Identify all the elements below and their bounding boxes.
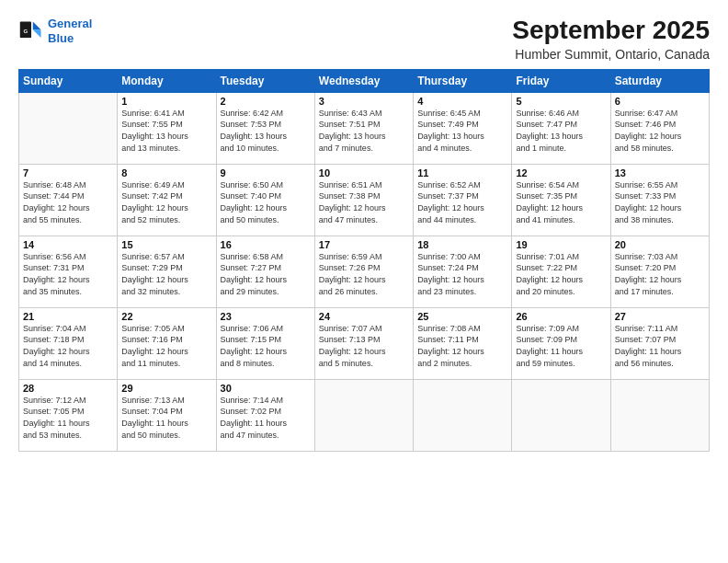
day-number: 9 — [221, 167, 311, 178]
calendar-cell: 8Sunrise: 6:49 AM Sunset: 7:42 PM Daylig… — [118, 164, 216, 236]
day-info: Sunrise: 6:51 AM Sunset: 7:38 PM Dayligh… — [319, 179, 409, 225]
calendar-cell: 19Sunrise: 7:01 AM Sunset: 7:22 PM Dayli… — [512, 236, 610, 307]
calendar-cell: 7Sunrise: 6:48 AM Sunset: 7:44 PM Daylig… — [19, 164, 118, 236]
calendar-cell: 4Sunrise: 6:45 AM Sunset: 7:49 PM Daylig… — [414, 92, 512, 164]
logo-general: General — [48, 17, 92, 30]
day-number: 22 — [121, 311, 211, 322]
day-number: 29 — [121, 383, 211, 394]
title-block: September 2025 Humber Summit, Ontario, C… — [512, 17, 710, 62]
logo: G General Blue — [18, 17, 92, 45]
day-number: 10 — [319, 167, 409, 178]
calendar-cell: 1Sunrise: 6:41 AM Sunset: 7:55 PM Daylig… — [118, 92, 216, 164]
calendar-cell: 21Sunrise: 7:04 AM Sunset: 7:18 PM Dayli… — [19, 307, 118, 379]
day-number: 18 — [417, 239, 507, 250]
page-title: September 2025 — [512, 17, 710, 45]
weekday-header: Saturday — [610, 69, 709, 92]
calendar-cell: 13Sunrise: 6:55 AM Sunset: 7:33 PM Dayli… — [610, 164, 709, 236]
day-info: Sunrise: 7:13 AM Sunset: 7:04 PM Dayligh… — [121, 395, 211, 441]
day-number: 14 — [23, 239, 113, 250]
day-number: 11 — [417, 167, 507, 178]
day-info: Sunrise: 7:03 AM Sunset: 7:20 PM Dayligh… — [615, 251, 705, 297]
calendar-week-row: 28Sunrise: 7:12 AM Sunset: 7:05 PM Dayli… — [19, 379, 710, 451]
calendar-cell: 26Sunrise: 7:09 AM Sunset: 7:09 PM Dayli… — [512, 307, 610, 379]
day-info: Sunrise: 6:59 AM Sunset: 7:26 PM Dayligh… — [319, 251, 409, 297]
day-info: Sunrise: 6:55 AM Sunset: 7:33 PM Dayligh… — [615, 179, 705, 225]
calendar-week-row: 21Sunrise: 7:04 AM Sunset: 7:18 PM Dayli… — [19, 307, 710, 379]
day-number: 17 — [319, 239, 409, 250]
logo-blue: Blue — [48, 31, 74, 45]
day-info: Sunrise: 6:52 AM Sunset: 7:37 PM Dayligh… — [417, 179, 507, 225]
day-number: 8 — [121, 167, 211, 178]
day-info: Sunrise: 6:56 AM Sunset: 7:31 PM Dayligh… — [23, 251, 113, 297]
calendar-cell: 25Sunrise: 7:08 AM Sunset: 7:11 PM Dayli… — [414, 307, 512, 379]
day-info: Sunrise: 6:46 AM Sunset: 7:47 PM Dayligh… — [516, 108, 606, 154]
calendar-cell — [19, 92, 118, 164]
day-info: Sunrise: 7:01 AM Sunset: 7:22 PM Dayligh… — [516, 251, 606, 297]
svg-text:G: G — [23, 27, 28, 33]
day-number: 28 — [23, 383, 113, 394]
day-number: 19 — [516, 239, 606, 250]
calendar-cell: 24Sunrise: 7:07 AM Sunset: 7:13 PM Dayli… — [314, 307, 413, 379]
day-number: 20 — [615, 239, 705, 250]
svg-marker-1 — [33, 29, 41, 38]
day-number: 12 — [516, 167, 606, 178]
calendar-cell — [512, 379, 610, 451]
calendar-cell: 15Sunrise: 6:57 AM Sunset: 7:29 PM Dayli… — [118, 236, 216, 307]
day-number: 15 — [121, 239, 211, 250]
page: G General Blue September 2025 Humber Sum… — [0, 0, 728, 563]
day-number: 1 — [121, 96, 211, 107]
day-info: Sunrise: 6:42 AM Sunset: 7:53 PM Dayligh… — [221, 108, 311, 154]
weekday-header: Thursday — [414, 69, 512, 92]
calendar-week-row: 7Sunrise: 6:48 AM Sunset: 7:44 PM Daylig… — [19, 164, 710, 236]
calendar-cell: 5Sunrise: 6:46 AM Sunset: 7:47 PM Daylig… — [512, 92, 610, 164]
day-info: Sunrise: 6:47 AM Sunset: 7:46 PM Dayligh… — [615, 108, 705, 154]
day-number: 24 — [319, 311, 409, 322]
calendar-cell — [414, 379, 512, 451]
header: G General Blue September 2025 Humber Sum… — [18, 17, 710, 62]
calendar-cell: 30Sunrise: 7:14 AM Sunset: 7:02 PM Dayli… — [216, 379, 314, 451]
day-info: Sunrise: 7:11 AM Sunset: 7:07 PM Dayligh… — [615, 323, 705, 369]
day-number: 3 — [319, 96, 409, 107]
calendar-header-row: SundayMondayTuesdayWednesdayThursdayFrid… — [19, 69, 710, 92]
weekday-header: Tuesday — [216, 69, 314, 92]
logo-text: General Blue — [48, 17, 92, 45]
day-info: Sunrise: 6:58 AM Sunset: 7:27 PM Dayligh… — [221, 251, 311, 297]
day-number: 7 — [23, 167, 113, 178]
day-info: Sunrise: 7:08 AM Sunset: 7:11 PM Dayligh… — [417, 323, 507, 369]
svg-marker-0 — [33, 21, 41, 29]
day-info: Sunrise: 6:48 AM Sunset: 7:44 PM Dayligh… — [23, 179, 113, 225]
calendar-cell: 9Sunrise: 6:50 AM Sunset: 7:40 PM Daylig… — [216, 164, 314, 236]
weekday-header: Friday — [512, 69, 610, 92]
day-number: 26 — [516, 311, 606, 322]
weekday-header: Sunday — [19, 69, 118, 92]
day-number: 2 — [221, 96, 311, 107]
day-info: Sunrise: 6:57 AM Sunset: 7:29 PM Dayligh… — [121, 251, 211, 297]
calendar-cell: 11Sunrise: 6:52 AM Sunset: 7:37 PM Dayli… — [414, 164, 512, 236]
calendar-cell: 17Sunrise: 6:59 AM Sunset: 7:26 PM Dayli… — [314, 236, 413, 307]
calendar-cell: 16Sunrise: 6:58 AM Sunset: 7:27 PM Dayli… — [216, 236, 314, 307]
calendar-cell: 28Sunrise: 7:12 AM Sunset: 7:05 PM Dayli… — [19, 379, 118, 451]
calendar-cell: 3Sunrise: 6:43 AM Sunset: 7:51 PM Daylig… — [314, 92, 413, 164]
weekday-header: Monday — [118, 69, 216, 92]
calendar-cell: 14Sunrise: 6:56 AM Sunset: 7:31 PM Dayli… — [19, 236, 118, 307]
day-number: 27 — [615, 311, 705, 322]
day-number: 23 — [221, 311, 311, 322]
calendar-cell: 2Sunrise: 6:42 AM Sunset: 7:53 PM Daylig… — [216, 92, 314, 164]
day-info: Sunrise: 7:07 AM Sunset: 7:13 PM Dayligh… — [319, 323, 409, 369]
day-number: 30 — [221, 383, 311, 394]
calendar-cell — [314, 379, 413, 451]
day-info: Sunrise: 7:06 AM Sunset: 7:15 PM Dayligh… — [221, 323, 311, 369]
calendar-cell: 29Sunrise: 7:13 AM Sunset: 7:04 PM Dayli… — [118, 379, 216, 451]
calendar-cell: 12Sunrise: 6:54 AM Sunset: 7:35 PM Dayli… — [512, 164, 610, 236]
calendar-cell: 23Sunrise: 7:06 AM Sunset: 7:15 PM Dayli… — [216, 307, 314, 379]
day-info: Sunrise: 7:14 AM Sunset: 7:02 PM Dayligh… — [221, 395, 311, 441]
calendar-cell: 6Sunrise: 6:47 AM Sunset: 7:46 PM Daylig… — [610, 92, 709, 164]
day-number: 6 — [615, 96, 705, 107]
day-number: 25 — [417, 311, 507, 322]
calendar-cell: 27Sunrise: 7:11 AM Sunset: 7:07 PM Dayli… — [610, 307, 709, 379]
day-number: 16 — [221, 239, 311, 250]
day-info: Sunrise: 7:04 AM Sunset: 7:18 PM Dayligh… — [23, 323, 113, 369]
calendar-cell: 10Sunrise: 6:51 AM Sunset: 7:38 PM Dayli… — [314, 164, 413, 236]
logo-icon: G — [18, 18, 44, 44]
day-info: Sunrise: 7:00 AM Sunset: 7:24 PM Dayligh… — [417, 251, 507, 297]
